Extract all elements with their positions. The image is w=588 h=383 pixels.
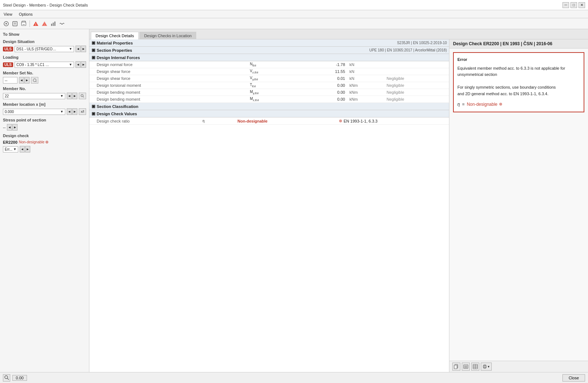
check-ratio-standard: EN 1993-1-1, 6.3.3 <box>344 119 378 123</box>
design-internal-forces-header: ▣ Design Internal Forces <box>89 54 449 61</box>
close-btn[interactable]: Close <box>562 374 585 382</box>
loading-nav: ◄ ► <box>76 61 86 68</box>
location-prev[interactable]: ◄ <box>67 108 72 115</box>
member-set-next[interactable]: ► <box>24 77 30 84</box>
table-row: Design normal force NEd -1.78 kN <box>89 61 449 68</box>
check-prev[interactable]: ◄ <box>20 146 25 152</box>
section-classification-header: ▣ Section Classification <box>89 103 449 110</box>
error-box: Error Equivalent member method acc. to 6… <box>453 52 584 112</box>
tabs-bar: Design Check Details Design Checks in Lo… <box>89 29 588 39</box>
force-unit-3: kNm <box>347 82 384 89</box>
force-note-5: Negligible <box>384 96 449 103</box>
status-search-button[interactable] <box>3 374 10 382</box>
location-next[interactable]: ► <box>72 108 77 115</box>
location-extra[interactable]: x/l <box>79 108 86 115</box>
force-name-4: Design bending moment <box>89 89 248 96</box>
loading-label: Loading <box>3 55 86 59</box>
svg-text:!: ! <box>44 23 45 26</box>
stress-prev[interactable]: ◄ <box>7 124 12 131</box>
check-values-expand-icon[interactable]: ▣ <box>92 111 95 116</box>
member-set-prev[interactable]: ◄ <box>19 77 24 84</box>
design-check-values-header: ▣ Design Check Values <box>89 110 449 117</box>
design-situation-prev[interactable]: ◄ <box>76 46 81 52</box>
stress-next[interactable]: ► <box>12 124 18 131</box>
tab-design-check-details[interactable]: Design Check Details <box>91 32 139 39</box>
force-value-2: 0.01 <box>305 75 347 82</box>
status-left: 0.00 <box>3 374 27 382</box>
check-next[interactable]: ► <box>25 146 30 152</box>
tab-design-checks-location[interactable]: Design Checks in Location <box>139 32 196 39</box>
force-name-3: Design torsional moment <box>89 82 248 89</box>
window-title: Steel Design - Members - Design Check De… <box>3 3 88 7</box>
force-unit-2: kN <box>347 75 384 82</box>
force-value-5: 0.00 <box>305 96 347 103</box>
material-expand-icon[interactable]: ▣ <box>92 40 95 45</box>
design-situation-value: DS1 - ULS (STR/GEO) - Permane... <box>16 47 57 51</box>
loading-next[interactable]: ► <box>81 61 86 68</box>
minimize-button[interactable]: ─ <box>562 2 569 8</box>
toolbar-btn-1[interactable] <box>2 20 10 28</box>
material-value: S235JR | EN 10025-2:2019-10 <box>397 41 447 45</box>
rp-table-btn[interactable] <box>471 363 479 371</box>
member-no-next[interactable]: ► <box>72 93 77 99</box>
svg-rect-6 <box>22 22 26 26</box>
toolbar-btn-warning-2[interactable]: ! <box>40 20 49 28</box>
rp-print-btn[interactable]: ▼ <box>481 363 492 371</box>
svg-line-33 <box>7 378 9 380</box>
force-unit-0: kN <box>347 61 384 68</box>
rp-list-btn[interactable] <box>462 363 470 371</box>
member-set-row: -- ◄ ► <box>3 77 86 84</box>
menu-view[interactable]: View <box>2 11 14 17</box>
check-ratio-name: Design check ratio <box>89 117 200 125</box>
force-note-0 <box>384 61 449 68</box>
close-window-button[interactable]: ✕ <box>579 2 585 8</box>
error-line4: and 2D general method acc. to EN 1993-1-… <box>457 91 580 97</box>
section-class-expand-icon[interactable]: ▣ <box>92 104 95 109</box>
design-check-label: Design check <box>3 134 86 138</box>
loading-prev[interactable]: ◄ <box>76 61 81 68</box>
menu-options[interactable]: Options <box>18 11 34 17</box>
svg-rect-2 <box>13 22 17 26</box>
error-box-title: Error <box>457 57 580 63</box>
member-set-input[interactable]: -- <box>3 77 18 84</box>
member-set-nav: ◄ ► <box>19 77 30 84</box>
loading-dropdown-arrow-icon: ▼ <box>69 63 72 66</box>
section-properties-header: ▣ Section Properties UPE 180 | EN 10365:… <box>89 47 449 54</box>
force-name-2: Design shear force <box>89 75 248 82</box>
svg-rect-20 <box>454 365 457 369</box>
toolbar-btn-tilde[interactable] <box>58 20 66 28</box>
member-no-nav: ◄ ► <box>67 93 77 99</box>
forces-expand-icon[interactable]: ▣ <box>92 55 95 60</box>
table-row: Design shear force Vy,Ed 0.01 kN Negligi… <box>89 75 449 82</box>
toolbar-btn-3[interactable] <box>20 20 28 28</box>
force-name-1: Design shear force <box>89 68 248 75</box>
member-no-pick[interactable] <box>79 93 86 99</box>
right-panel: Design Check ER2200 | EN 1993 | ČSN | 20… <box>449 39 588 372</box>
force-symbol-4: My,Ed <box>248 89 287 96</box>
rp-copy-btn[interactable] <box>452 363 460 371</box>
force-unit-5: kNm <box>347 96 384 103</box>
toolbar-btn-warning-1[interactable]: ! <box>32 20 40 28</box>
stress-point-row: -- ◄ ► <box>3 124 86 131</box>
member-location-dropdown[interactable]: 0.000 ▼ <box>3 109 65 115</box>
design-check-type-dropdown[interactable]: Err... ▼ <box>3 146 18 152</box>
design-situation-badge: ULS <box>3 47 13 51</box>
member-no-prev[interactable]: ◄ <box>67 93 72 99</box>
member-set-pick[interactable] <box>31 77 38 84</box>
check-error-icon: ⊗ <box>339 119 342 123</box>
close-button[interactable]: Close <box>562 374 585 382</box>
eta-row: η = Non-designable ⊗ <box>457 101 580 108</box>
design-situation-next[interactable]: ► <box>81 46 86 52</box>
force-value-4: 0.00 <box>305 89 347 96</box>
toolbar-btn-chart[interactable] <box>49 20 57 28</box>
maximize-button[interactable]: □ <box>570 2 577 8</box>
status-bar: 0.00 Close <box>0 372 588 383</box>
loading-dropdown[interactable]: CO9 - 1.35 * LC1 + 1.35 * LC2 + ... ▼ <box>15 62 74 68</box>
error-line1: Equivalent member method acc. to 6.3.3 i… <box>457 65 580 78</box>
member-no-dropdown[interactable]: 22 ▼ <box>3 93 65 99</box>
svg-line-17 <box>36 81 36 82</box>
toolbar-btn-2[interactable] <box>11 20 19 28</box>
design-situation-dropdown[interactable]: DS1 - ULS (STR/GEO) - Permane... ▼ <box>15 46 74 52</box>
stress-nav: ◄ ► <box>7 124 18 131</box>
section-expand-icon[interactable]: ▣ <box>92 48 95 53</box>
